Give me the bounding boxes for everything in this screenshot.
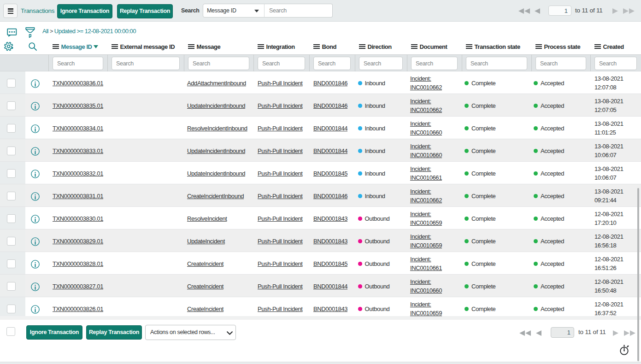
bond-link[interactable]: BND0001844 (313, 147, 347, 154)
footer-next-page-button[interactable] (613, 329, 618, 338)
bond-link[interactable]: BND0001844 (313, 125, 347, 132)
column-menu-icon[interactable] (466, 44, 472, 49)
response-time-icon[interactable] (619, 343, 630, 358)
footer-last-page-button[interactable] (624, 329, 635, 338)
document-link[interactable]: Incident:INC0010662 (410, 75, 462, 92)
document-link[interactable]: Incident:INC0010662 (410, 188, 462, 205)
document-link[interactable]: Incident:INC0010661 (410, 165, 462, 182)
row-checkbox[interactable] (7, 79, 16, 88)
info-icon[interactable] (31, 147, 40, 158)
bond-link[interactable]: BND0001846 (313, 102, 347, 109)
column-menu-icon[interactable] (594, 44, 601, 49)
info-icon[interactable] (31, 237, 40, 248)
column-menu-icon[interactable] (53, 44, 59, 49)
info-icon[interactable] (31, 260, 40, 270)
document-link[interactable]: Incident:INC0010660 (410, 278, 462, 295)
message-link[interactable]: ResolveIncident (187, 215, 227, 222)
column-search-input-transaction-state[interactable] (466, 57, 527, 70)
global-search-input[interactable] (264, 4, 333, 18)
column-header-message-id[interactable]: Message ID (48, 41, 107, 52)
footer-ignore-transaction-button[interactable]: Ignore Transaction (26, 325, 82, 340)
column-menu-icon[interactable] (313, 44, 320, 49)
bond-link[interactable]: BND0001843 (313, 215, 347, 222)
row-checkbox[interactable] (7, 237, 16, 246)
row-checkbox[interactable] (7, 282, 16, 291)
message-id-link[interactable]: TXN0000003836.01 (53, 80, 103, 87)
integration-link[interactable]: Push-Pull Incident (258, 102, 303, 109)
info-icon[interactable] (31, 170, 40, 180)
last-page-button[interactable] (623, 7, 635, 16)
column-search-input-created[interactable] (594, 57, 637, 70)
bond-link[interactable]: BND0001846 (313, 80, 347, 87)
message-id-link[interactable]: TXN0000003828.01 (53, 260, 103, 267)
bond-link[interactable]: BND0001846 (313, 193, 347, 200)
info-icon[interactable] (31, 282, 40, 293)
column-header-integration[interactable]: Integration (253, 41, 309, 52)
row-checkbox[interactable] (7, 147, 16, 155)
bond-link[interactable]: BND0001843 (313, 305, 347, 312)
integration-link[interactable]: Push-Pull Incident (258, 260, 303, 267)
row-checkbox[interactable] (7, 124, 16, 133)
column-menu-icon[interactable] (188, 44, 194, 49)
column-header-bond[interactable]: Bond (309, 41, 355, 52)
message-link[interactable]: CreateIncident (187, 283, 223, 290)
previous-page-button[interactable] (535, 7, 540, 16)
bond-link[interactable]: BND0001845 (313, 170, 347, 177)
info-icon[interactable] (31, 192, 40, 203)
message-link[interactable]: CreateIncident (187, 305, 223, 312)
row-checkbox[interactable] (7, 192, 16, 200)
message-link[interactable]: CreateIncident (187, 260, 223, 267)
column-search-input-message-id[interactable] (53, 57, 103, 70)
list-search-icon[interactable] (28, 42, 37, 53)
integration-link[interactable]: Push-Pull Incident (258, 147, 303, 154)
document-link[interactable]: Incident:INC0010659 (410, 233, 462, 250)
message-id-link[interactable]: TXN0000003829.01 (53, 238, 103, 245)
integration-link[interactable]: Push-Pull Incident (258, 125, 303, 132)
row-checkbox[interactable] (7, 169, 16, 178)
integration-link[interactable]: Push-Pull Incident (258, 193, 303, 200)
message-id-link[interactable]: TXN0000003826.01 (53, 305, 103, 312)
select-all-checkbox[interactable] (6, 327, 15, 336)
integration-link[interactable]: Push-Pull Incident (258, 215, 303, 222)
column-header-created[interactable]: Created (590, 41, 641, 52)
collapse-chat-icon[interactable] (7, 28, 17, 39)
column-search-input-external-message-id[interactable] (112, 57, 180, 70)
replay-transaction-button[interactable]: Replay Transaction (117, 4, 173, 18)
message-id-link[interactable]: TXN0000003834.01 (53, 125, 103, 132)
column-menu-icon[interactable] (411, 44, 418, 49)
document-link[interactable]: Incident:INC0010660 (410, 142, 462, 159)
document-link[interactable]: Incident:INC0010660 (410, 120, 462, 137)
message-link[interactable]: ResolveIncidentInbound (187, 125, 247, 132)
ignore-transaction-button[interactable]: Ignore Transaction (57, 4, 112, 18)
info-icon[interactable] (31, 102, 40, 112)
vertical-scrollbar[interactable] (637, 188, 639, 361)
search-field-select[interactable]: Message ID (203, 4, 265, 18)
document-link[interactable]: Incident:INC0010659 (410, 300, 462, 317)
integration-link[interactable]: Push-Pull Incident (258, 238, 303, 245)
column-header-process-state[interactable]: Process state (531, 41, 590, 52)
message-link[interactable]: UpdateIncidentInbound (187, 102, 245, 109)
next-page-button[interactable] (612, 7, 618, 16)
message-id-link[interactable]: TXN0000003827.01 (53, 283, 103, 290)
footer-first-page-button[interactable] (519, 329, 531, 338)
column-search-input-integration[interactable] (258, 57, 305, 70)
column-search-input-bond[interactable] (313, 57, 351, 70)
column-header-direction[interactable]: Direction (355, 41, 407, 52)
document-link[interactable]: Incident:INC0010662 (410, 97, 462, 114)
integration-link[interactable]: Push-Pull Incident (258, 305, 303, 312)
info-icon[interactable] (31, 124, 40, 135)
footer-previous-page-button[interactable] (536, 329, 541, 338)
bond-link[interactable]: BND0001844 (313, 283, 347, 290)
column-search-input-process-state[interactable] (535, 57, 586, 70)
message-link[interactable]: UpdateIncident (187, 238, 225, 245)
column-header-transaction-state[interactable]: Transaction state (462, 41, 531, 52)
row-checkbox[interactable] (7, 305, 16, 313)
column-search-input-document[interactable] (411, 57, 458, 70)
list-menu-button[interactable] (3, 4, 18, 18)
page-number-input[interactable] (548, 6, 571, 16)
message-id-link[interactable]: TXN0000003831.01 (53, 193, 103, 200)
footer-page-number-input[interactable] (551, 327, 574, 338)
column-search-input-direction[interactable] (359, 57, 403, 70)
column-header-external-message-id[interactable]: External message ID (107, 41, 184, 52)
message-link[interactable]: UpdateIncidentInbound (187, 147, 245, 154)
